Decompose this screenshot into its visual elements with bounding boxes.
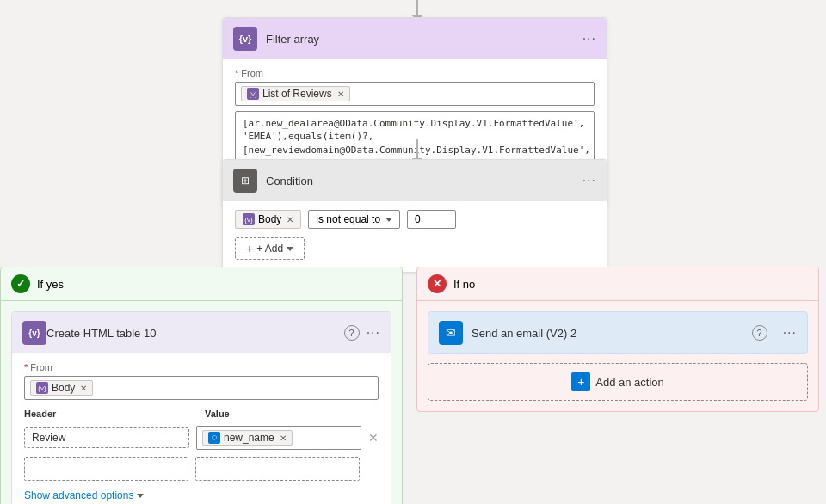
if-yes-branch: ✓ If yes {v} Create HTML table 10 ? ··· …	[0, 267, 403, 504]
html-from-input[interactable]: {v} Body ✕	[24, 376, 379, 400]
body-from-icon: {v}	[36, 382, 48, 394]
if-no-branch: ✕ If no ✉ Send an email (V2) 2 ? ··· +	[416, 267, 819, 412]
empty-value-input[interactable]	[195, 457, 360, 481]
advanced-chevron-icon	[137, 494, 144, 498]
html-table-icon: {v}	[22, 321, 46, 345]
add-action-btn[interactable]: + Add an action	[428, 363, 808, 401]
value-col-label: Value	[205, 409, 379, 422]
header-col-label: Header	[24, 409, 198, 422]
from-input[interactable]: {v} List of Reviews ✕	[235, 82, 595, 106]
send-email-header: ✉ Send an email (V2) 2 ? ···	[428, 312, 807, 353]
add-action-label: Add an action	[595, 376, 664, 389]
condition-menu[interactable]: ···	[583, 173, 596, 188]
if-yes-icon: ✓	[11, 274, 30, 293]
if-no-header: ✕ If no	[417, 267, 818, 301]
show-advanced-options-link[interactable]: Show advanced options	[24, 489, 144, 501]
new-name-tag[interactable]: ⬡ new_name ✕	[202, 430, 293, 446]
delete-row-btn[interactable]: ✕	[368, 431, 379, 445]
create-html-table-card: {v} Create HTML table 10 ? ··· * From {v…	[11, 311, 391, 504]
send-email-card: ✉ Send an email (V2) 2 ? ···	[428, 311, 808, 354]
body-tag-close[interactable]: ✕	[287, 215, 293, 224]
close-icon: ✕	[433, 278, 441, 290]
value-input[interactable]: 0	[407, 210, 456, 229]
body-from-close[interactable]: ✕	[80, 384, 87, 393]
envelope-icon: ✉	[446, 326, 456, 340]
html-table-info-btn[interactable]: ?	[344, 325, 360, 341]
condition-title: Condition	[266, 175, 574, 187]
condition-icon: ⊞	[233, 169, 257, 193]
condition-card: ⊞ Condition ··· {v} Body ✕ is not equal …	[222, 159, 607, 273]
send-email-title: Send an email (V2) 2	[472, 327, 743, 340]
html-from-label: * From	[24, 362, 379, 372]
chevron-down-icon	[385, 218, 392, 222]
send-email-menu[interactable]: ···	[783, 325, 797, 341]
tag-close-btn[interactable]: ✕	[337, 89, 344, 99]
filter-array-menu[interactable]: ···	[583, 31, 596, 46]
html-table-title: Create HTML table 10	[46, 327, 344, 340]
tag-icon: {v}	[247, 88, 259, 100]
list-of-reviews-tag[interactable]: {v} List of Reviews ✕	[241, 86, 350, 101]
email-icon: ✉	[439, 321, 463, 345]
if-no-icon: ✕	[428, 274, 447, 293]
filter-array-title: Filter array	[266, 33, 574, 46]
plus-icon: +	[577, 375, 584, 389]
check-icon: ✓	[16, 278, 25, 290]
review-header-input[interactable]: Review	[24, 427, 189, 448]
send-email-info-btn[interactable]: ?	[752, 325, 767, 341]
add-action-icon: +	[571, 372, 590, 391]
filter-array-icon: {v}	[233, 27, 257, 51]
if-no-label: If no	[453, 278, 475, 291]
from-label: * From	[235, 68, 595, 78]
body-tag-icon: {v}	[243, 213, 255, 225]
body-from-tag[interactable]: {v} Body ✕	[30, 380, 93, 396]
empty-header-input[interactable]	[24, 457, 188, 481]
plus-icon: +	[246, 242, 253, 255]
operator-dropdown[interactable]: is not equal to	[308, 210, 400, 229]
body-tag[interactable]: {v} Body ✕	[235, 210, 301, 229]
if-yes-label: If yes	[37, 278, 64, 291]
html-table-header: {v} Create HTML table 10 ? ···	[12, 312, 391, 353]
value-tag-input[interactable]: ⬡ new_name ✕	[196, 426, 361, 450]
new-name-icon: ⬡	[208, 432, 220, 444]
html-table-menu[interactable]: ···	[367, 325, 380, 341]
new-name-close[interactable]: ✕	[280, 433, 287, 443]
add-chevron-icon	[287, 247, 293, 251]
if-yes-header: ✓ If yes	[1, 267, 402, 301]
add-condition-btn[interactable]: + + Add	[235, 237, 305, 260]
